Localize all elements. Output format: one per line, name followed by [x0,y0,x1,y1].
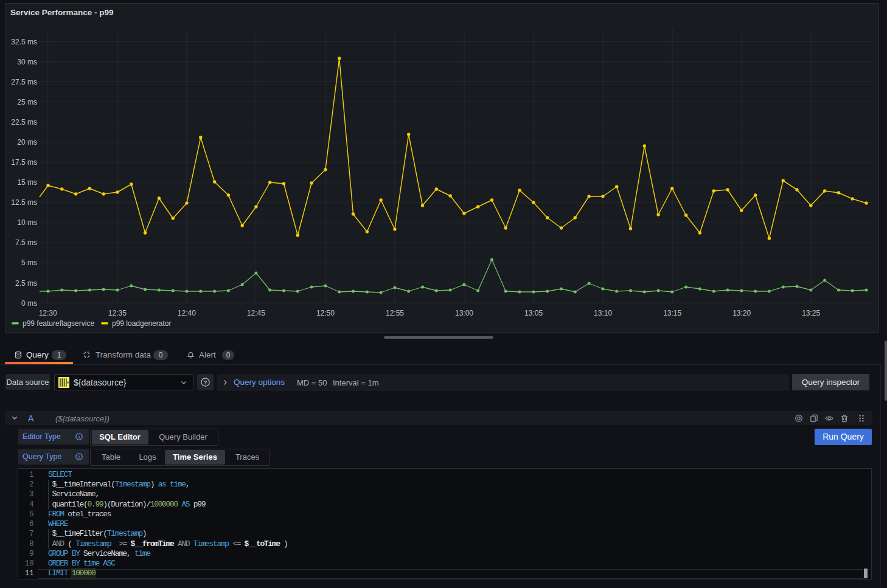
svg-text:22.5 ms: 22.5 ms [11,118,37,126]
svg-text:p99 loadgenerator: p99 loadgenerator [112,319,171,328]
svg-text:32.5 ms: 32.5 ms [11,38,37,46]
svg-text:10 ms: 10 ms [17,218,37,227]
svg-text:12:55: 12:55 [386,309,404,317]
svg-text:20 ms: 20 ms [17,138,37,147]
svg-text:17.5 ms: 17.5 ms [11,158,37,167]
svg-text:0 ms: 0 ms [21,299,37,308]
svg-text:13:20: 13:20 [732,309,751,317]
svg-text:15 ms: 15 ms [17,178,37,187]
svg-text:12.5 ms: 12.5 ms [11,198,37,207]
svg-text:?: ? [204,379,207,386]
svg-text:12:35: 12:35 [108,309,127,317]
svg-text:30 ms: 30 ms [17,58,37,66]
svg-text:13:25: 13:25 [802,309,820,317]
svg-text:12:30: 12:30 [39,309,57,317]
svg-text:13:10: 13:10 [594,309,612,317]
svg-text:13:05: 13:05 [524,309,543,317]
svg-text:13:15: 13:15 [663,309,681,317]
svg-text:7.5 ms: 7.5 ms [15,238,37,247]
svg-text:12:40: 12:40 [178,309,196,317]
svg-text:12:50: 12:50 [316,309,335,317]
svg-text:p99 featureflagservice: p99 featureflagservice [23,319,94,328]
svg-text:2.5 ms: 2.5 ms [15,279,37,288]
svg-text:25 ms: 25 ms [17,98,37,106]
svg-text:5 ms: 5 ms [21,258,37,267]
svg-text:12:45: 12:45 [247,309,265,317]
svg-text:13:00: 13:00 [455,309,473,317]
svg-text:27.5 ms: 27.5 ms [11,78,37,86]
